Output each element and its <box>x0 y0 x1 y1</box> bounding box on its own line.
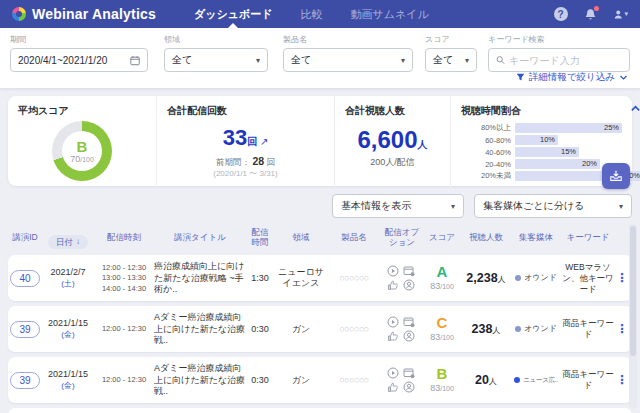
viewers-cell: 238人 <box>460 321 512 337</box>
chevron-down-icon: ▾ <box>619 202 623 211</box>
kpi-average-score: 平均スコア B 70/100 <box>8 96 156 191</box>
col-product: 製品名 <box>328 232 380 242</box>
sort-by-date-button[interactable]: 日付↓ <box>48 235 88 249</box>
domain-select[interactable]: 全て▾ <box>164 48 268 72</box>
display-mode-select[interactable]: 基本情報を表示▾ <box>332 194 464 218</box>
kpi-title: 合計配信回数 <box>167 104 324 118</box>
account-icon <box>403 279 415 291</box>
kpi-title: 視聴時間割合 <box>461 104 640 118</box>
tab-compare[interactable]: 比較 <box>301 0 323 28</box>
score-cell: A83/100 <box>424 264 460 292</box>
funnel-icon <box>516 73 525 82</box>
lecture-title: 癌治療成績向上に向けた新たな治療戦略 ~手術か.. <box>154 261 246 296</box>
media-dot-icon <box>514 377 520 383</box>
score-cell: B83/100 <box>424 366 460 394</box>
col-title: 講演タイトル <box>154 232 246 242</box>
table-scrollbar[interactable] <box>629 224 637 409</box>
viewers-cell: 2,238人 <box>460 270 512 286</box>
viewer-count: 6,600 <box>357 126 417 153</box>
col-keyword: キーワード <box>560 232 616 242</box>
row-menu-button[interactable]: ⋮ <box>616 373 628 387</box>
chevron-down-icon <box>619 73 628 82</box>
date-cell: 2021/1/15(金) <box>42 369 94 391</box>
logo-icon <box>12 7 26 21</box>
domain-cell: ガン <box>274 375 328 387</box>
help-icon[interactable]: ? <box>553 7 568 22</box>
col-viewers: 視聴人数 <box>460 232 512 242</box>
chevron-down-icon: ▾ <box>465 56 469 65</box>
chevron-down-icon: ▾ <box>451 202 455 211</box>
domain-label: 領域 <box>164 34 268 45</box>
chevron-down-icon: ▾ <box>401 56 405 65</box>
table-row[interactable]: 39 2021/1/15(金) 12:00 - 12:30 Aダミー癌治療成績向… <box>8 306 632 352</box>
like-icon <box>387 330 399 342</box>
download-button[interactable] <box>602 163 630 189</box>
account-icon <box>403 381 415 393</box>
product-cell: ○○○○○○ <box>328 324 380 336</box>
score-select[interactable]: 全て▾ <box>425 48 477 72</box>
row-menu-button[interactable]: ⋮ <box>616 322 628 336</box>
search-icon <box>496 55 505 65</box>
kpi-total-broadcasts: 合計配信回数 33回 ↗ 前期間： 28 回 (2020/1/1 〜 3/31) <box>156 96 334 191</box>
advanced-filter-link[interactable]: 詳細情報で絞り込み <box>516 71 628 84</box>
lecture-title: Aダミー癌治療成績向上に向けた新たな治療戦.. <box>154 312 246 347</box>
col-score: スコア <box>424 232 460 242</box>
play-circle-icon <box>387 265 399 277</box>
account-icon <box>403 330 415 342</box>
duration-cell: 0:30 <box>246 324 274 336</box>
filter-bar: 期間 領域 全て▾ 製品名 全て▾ スコア 全て▾ キーワード検索 詳細情報で絞… <box>0 28 640 88</box>
app-logo: Webinar Analytics <box>12 6 156 22</box>
col-media: 集客媒体 <box>512 232 560 242</box>
keyword-cell: WEBマラソン、他キーワード <box>560 262 616 295</box>
group-by-media-select[interactable]: 集客媒体ごとに分ける▾ <box>474 194 632 218</box>
lecture-id-badge[interactable]: 39 <box>10 372 39 389</box>
collapse-chevron-up-icon[interactable] <box>630 103 640 114</box>
previous-period: (2020/1/1 〜 3/31) <box>167 169 324 179</box>
table-row[interactable]: 39 2021/1/15(金) 12:00 - 12:30 Aダミー癌治療成績向… <box>8 357 632 403</box>
media-dot-icon <box>515 275 521 281</box>
table-controls: 基本情報を表示▾ 集客媒体ごとに分ける▾ <box>8 194 632 218</box>
col-duration: 配信 時間 <box>246 227 274 247</box>
lecture-id-badge[interactable]: 40 <box>10 270 39 287</box>
media-dot-icon <box>515 326 521 332</box>
product-cell: ○○○○○○ <box>328 273 380 285</box>
user-menu-icon[interactable]: ▾ <box>613 7 628 22</box>
watch-time-bar: 60-80%10% <box>465 135 640 145</box>
date-cell: 2021/2/7(土) <box>42 267 94 289</box>
tab-video-thumbnails[interactable]: 動画サムネイル <box>351 0 429 28</box>
row-menu-button[interactable]: ⋮ <box>616 271 628 285</box>
broadcast-times: 12:00 - 12:3013:00 - 13:3014:00 - 14:30 <box>94 263 154 295</box>
duration-cell: 0:30 <box>246 375 274 387</box>
domain-cell: ニューロサイエンス <box>274 267 328 290</box>
period-input[interactable] <box>18 55 130 66</box>
duration-cell: 1:30 <box>246 273 274 285</box>
play-circle-icon <box>387 316 399 328</box>
calendar-icon <box>130 55 140 66</box>
table-body: 40 2021/2/7(土) 12:00 - 12:3013:00 - 13:3… <box>0 255 640 413</box>
score-label: スコア <box>425 34 477 45</box>
notifications-bell-icon[interactable] <box>583 7 598 22</box>
score-cell: C83/100 <box>424 315 460 343</box>
main-nav: ダッシュボード 比較 動画サムネイル <box>194 0 429 28</box>
keyword-search-input[interactable] <box>509 55 622 66</box>
scrollbar-thumb[interactable] <box>630 226 636 356</box>
product-select[interactable]: 全て▾ <box>283 48 413 72</box>
download-tray-icon <box>609 169 623 183</box>
tab-dashboard[interactable]: ダッシュボード <box>194 0 273 28</box>
kpi-total-viewers: 合計視聴人数 6,600人 200人/配信 <box>334 96 450 191</box>
lectures-table: 講演ID 日付↓ 配信時刻 講演タイトル 配信 時間 領域 製品名 配信オプ シ… <box>0 218 640 413</box>
sort-desc-icon: ↓ <box>76 237 80 247</box>
kpi-summary-card: 平均スコア B 70/100 合計配信回数 33回 ↗ 前期間： 28 回 (2… <box>8 96 632 186</box>
like-icon <box>387 279 399 291</box>
broadcast-times: 12:00 - 12:30 <box>94 375 154 386</box>
app-header: Webinar Analytics ダッシュボード 比較 動画サムネイル ? ▾ <box>0 0 640 28</box>
period-label: 期間 <box>10 34 148 45</box>
keyword-cell: 商品キーワード <box>560 318 616 340</box>
table-row[interactable]: 40 2021/2/7(土) 12:00 - 12:3013:00 - 13:3… <box>8 255 632 301</box>
media-cell: ニュース広.. <box>512 376 560 384</box>
col-lecture-id: 講演ID <box>8 232 42 242</box>
broadcast-options <box>380 265 424 291</box>
table-row[interactable]: 39 2021/1/15(金) 12:00 - 12:30 Aダミー癌治療成績向… <box>8 408 632 413</box>
lecture-id-badge[interactable]: 39 <box>10 321 39 338</box>
score-grade: B <box>77 139 88 154</box>
